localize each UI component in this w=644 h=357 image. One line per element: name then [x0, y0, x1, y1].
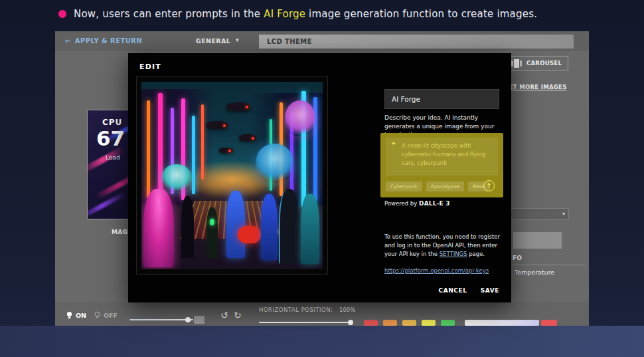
app-toolbar: ← APPLY & RETURN GENERAL ▾ LCD THEME [55, 31, 589, 51]
slider-knob[interactable] [348, 320, 353, 325]
carousel-button[interactable]: CAROUSEL [505, 56, 568, 70]
image-frame [136, 76, 328, 275]
color-swatch[interactable] [541, 320, 557, 326]
color-swatch[interactable] [441, 320, 455, 326]
get-more-images-link[interactable]: GET MORE IMAGES [504, 84, 566, 90]
brightness-slider[interactable] [129, 319, 193, 320]
on-label: ON [76, 312, 86, 319]
art-figure [261, 194, 278, 260]
temperature-label[interactable]: Temperature [515, 269, 554, 276]
settings-link[interactable]: SETTINGS [440, 251, 467, 257]
prompt-box: ✦ A neon-lit cityscape with cybernetic h… [380, 133, 503, 197]
submit-arrow-icon: ↑ [486, 182, 491, 189]
prompt-input[interactable]: ✦ A neon-lit cityscape with cybernetic h… [386, 138, 498, 176]
back-arrow-icon: ← [65, 37, 71, 45]
caption-text: Now, users can enter prompts in the AI F… [74, 8, 537, 20]
divider [512, 265, 586, 265]
horizontal-position-label: HORIZONTAL POSITION: [259, 306, 333, 313]
general-dropdown[interactable]: GENERAL [196, 37, 241, 45]
bulb-off-icon [94, 311, 101, 320]
horizontal-position-slider[interactable] [259, 322, 352, 323]
save-button[interactable]: SAVE [481, 287, 499, 294]
slider-value-box[interactable] [194, 316, 204, 324]
lcd-on-toggle[interactable]: ON [66, 311, 86, 320]
edit-modal: EDIT [128, 53, 511, 302]
art-neon-strip [192, 116, 195, 194]
color-swatch[interactable] [402, 320, 416, 326]
load-label: Load [106, 154, 120, 161]
art-flying-ship [239, 134, 256, 141]
art-holographic-head [161, 164, 192, 192]
apply-return-button[interactable]: ← APPLY & RETURN [65, 37, 142, 45]
caption: Now, users can enter prompts in the AI F… [58, 8, 537, 20]
powered-by-text: Powered by [384, 200, 419, 207]
screen: Now, users can enter prompts in the AI F… [0, 0, 644, 357]
chevron-down-icon: ▾ [562, 211, 565, 217]
info-label-fragment: FO [513, 255, 522, 261]
footer-strip [0, 326, 644, 357]
sparkle-icon: ✦ [391, 140, 396, 147]
lcd-off-toggle[interactable]: OFF [94, 311, 118, 320]
caption-after: image generation function to create imag… [305, 8, 537, 20]
lcd-theme-tab[interactable]: LCD THEME [259, 35, 574, 49]
slider-knob[interactable] [185, 317, 191, 322]
modal-actions: CANCEL SAVE [438, 287, 499, 294]
art-flying-ship [226, 102, 250, 111]
bullet-icon [58, 10, 66, 18]
art-figure [206, 207, 217, 258]
carousel-icon [511, 59, 522, 68]
art-flying-ship [206, 121, 228, 129]
bulb-on-icon [66, 311, 73, 320]
modal-title: EDIT [139, 62, 161, 71]
art-neon-strip [147, 100, 150, 198]
rotate-ccw-icon[interactable]: ↺ [220, 310, 228, 320]
color-swatch[interactable] [383, 320, 397, 326]
color-swatch[interactable] [364, 320, 378, 326]
cpu-label: CPU [102, 118, 122, 127]
art-flying-ship [219, 148, 233, 153]
apply-return-label: APPLY & RETURN [75, 37, 142, 45]
api-keys-link[interactable]: https://platform.openai.com/api-keys [384, 267, 489, 274]
art-figure [181, 196, 194, 258]
art-car [238, 226, 261, 243]
prompt-text: A neon-lit cityscape with cybernetic hum… [402, 142, 492, 167]
help-after: page. [467, 251, 485, 257]
generated-image [141, 82, 323, 269]
gradient-swatch-bar[interactable] [465, 320, 539, 326]
app-bottom-bar: ON OFF ↺ ↻ HORIZONTAL POSITION: 100% [55, 302, 589, 326]
art-figure [301, 194, 319, 263]
off-label: OFF [104, 312, 118, 319]
submit-prompt-button[interactable]: ↑ [483, 180, 495, 191]
art-figure [279, 189, 299, 264]
chip-suggestion[interactable]: Cyberpunk [386, 181, 422, 191]
rotate-cw-icon[interactable]: ↻ [234, 310, 242, 320]
art-figure [226, 191, 244, 259]
art-figure [143, 189, 174, 267]
suggestion-chips: Cyberpunk Apocalypse Neon [386, 181, 490, 191]
right-panel-button[interactable] [513, 232, 562, 249]
art-holographic-head [256, 144, 293, 183]
art-neon-strip [201, 104, 204, 179]
carousel-label: CAROUSEL [526, 60, 562, 66]
color-swatch[interactable] [422, 320, 436, 326]
cancel-button[interactable]: CANCEL [438, 287, 467, 294]
ai-forge-select[interactable]: AI Forge [384, 89, 499, 109]
engine-model: DALL-E 3 [419, 200, 450, 207]
powered-by: Powered by DALL-E 3 [384, 200, 450, 207]
thumb-art [87, 191, 127, 219]
chevron-down-icon[interactable]: ▾ [236, 37, 239, 43]
caption-highlight: AI Forge [264, 8, 305, 20]
background-dropdown[interactable]: ▾ [508, 208, 569, 220]
help-text: To use this function, you need to regist… [384, 233, 504, 258]
cpu-load-value: 67 [96, 126, 125, 150]
chip-suggestion[interactable]: Apocalypse [426, 181, 464, 191]
caption-before: Now, users can enter prompts in the [74, 8, 264, 20]
art-holographic-head [285, 100, 315, 136]
horizontal-position-value: 100% [339, 306, 355, 313]
